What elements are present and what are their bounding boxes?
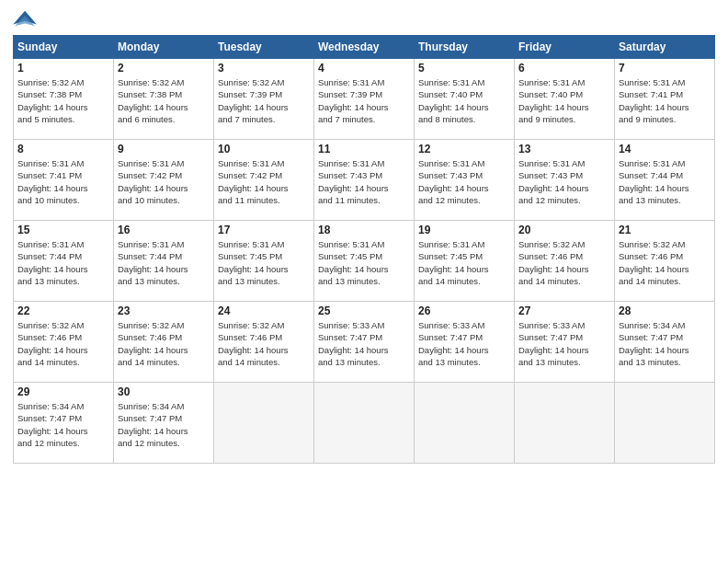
day-number: 4	[318, 62, 410, 75]
calendar-cell: 11Sunrise: 5:31 AMSunset: 7:43 PMDayligh…	[314, 140, 415, 221]
cell-info: Sunrise: 5:32 AMSunset: 7:46 PMDaylight:…	[17, 319, 109, 368]
calendar-cell	[314, 383, 415, 464]
calendar-cell	[214, 383, 314, 464]
col-header-thursday: Thursday	[415, 36, 515, 59]
calendar-cell: 10Sunrise: 5:31 AMSunset: 7:42 PMDayligh…	[214, 140, 314, 221]
cell-info: Sunrise: 5:31 AMSunset: 7:45 PMDaylight:…	[318, 238, 410, 287]
cell-info: Sunrise: 5:31 AMSunset: 7:41 PMDaylight:…	[619, 76, 711, 125]
calendar-cell: 15Sunrise: 5:31 AMSunset: 7:44 PMDayligh…	[14, 221, 114, 302]
cell-info: Sunrise: 5:31 AMSunset: 7:43 PMDaylight:…	[318, 157, 410, 206]
col-header-wednesday: Wednesday	[314, 36, 415, 59]
day-number: 8	[17, 143, 109, 155]
calendar-cell: 9Sunrise: 5:31 AMSunset: 7:42 PMDaylight…	[114, 140, 214, 221]
day-number: 15	[17, 224, 109, 236]
cell-info: Sunrise: 5:31 AMSunset: 7:41 PMDaylight:…	[17, 157, 109, 206]
week-row-3: 15Sunrise: 5:31 AMSunset: 7:44 PMDayligh…	[14, 221, 715, 302]
cell-info: Sunrise: 5:32 AMSunset: 7:38 PMDaylight:…	[118, 76, 210, 125]
day-number: 5	[418, 62, 510, 75]
cell-info: Sunrise: 5:31 AMSunset: 7:43 PMDaylight:…	[418, 157, 510, 206]
cell-info: Sunrise: 5:33 AMSunset: 7:47 PMDaylight:…	[318, 319, 410, 368]
day-number: 11	[318, 143, 410, 155]
calendar-cell: 24Sunrise: 5:32 AMSunset: 7:46 PMDayligh…	[214, 302, 314, 383]
col-header-tuesday: Tuesday	[214, 36, 314, 59]
logo	[13, 9, 40, 29]
calendar-cell: 6Sunrise: 5:31 AMSunset: 7:40 PMDaylight…	[515, 59, 615, 140]
cell-info: Sunrise: 5:31 AMSunset: 7:44 PMDaylight:…	[619, 157, 711, 206]
cell-info: Sunrise: 5:31 AMSunset: 7:45 PMDaylight:…	[218, 238, 310, 287]
calendar-cell: 2Sunrise: 5:32 AMSunset: 7:38 PMDaylight…	[114, 59, 214, 140]
cell-info: Sunrise: 5:34 AMSunset: 7:47 PMDaylight:…	[118, 400, 210, 449]
day-number: 3	[218, 62, 310, 75]
calendar-cell: 19Sunrise: 5:31 AMSunset: 7:45 PMDayligh…	[415, 221, 515, 302]
day-number: 12	[418, 143, 510, 155]
cell-info: Sunrise: 5:33 AMSunset: 7:47 PMDaylight:…	[518, 319, 610, 368]
week-row-5: 29Sunrise: 5:34 AMSunset: 7:47 PMDayligh…	[14, 383, 715, 464]
day-number: 9	[118, 143, 210, 155]
day-number: 27	[518, 304, 610, 317]
day-number: 20	[518, 224, 610, 236]
cell-info: Sunrise: 5:32 AMSunset: 7:46 PMDaylight:…	[218, 319, 310, 368]
calendar-cell	[515, 383, 615, 464]
calendar-cell: 17Sunrise: 5:31 AMSunset: 7:45 PMDayligh…	[214, 221, 314, 302]
day-number: 22	[17, 304, 109, 317]
calendar-cell: 21Sunrise: 5:32 AMSunset: 7:46 PMDayligh…	[615, 221, 715, 302]
day-number: 17	[218, 224, 310, 236]
calendar-cell: 22Sunrise: 5:32 AMSunset: 7:46 PMDayligh…	[14, 302, 114, 383]
logo-icon	[13, 9, 39, 29]
day-number: 24	[218, 304, 310, 317]
cell-info: Sunrise: 5:31 AMSunset: 7:44 PMDaylight:…	[17, 238, 109, 287]
cell-info: Sunrise: 5:34 AMSunset: 7:47 PMDaylight:…	[17, 400, 109, 449]
col-header-monday: Monday	[114, 36, 214, 59]
calendar-cell: 23Sunrise: 5:32 AMSunset: 7:46 PMDayligh…	[114, 302, 214, 383]
calendar-table: SundayMondayTuesdayWednesdayThursdayFrid…	[13, 35, 715, 464]
cell-info: Sunrise: 5:31 AMSunset: 7:42 PMDaylight:…	[218, 157, 310, 206]
calendar-cell: 1Sunrise: 5:32 AMSunset: 7:38 PMDaylight…	[14, 59, 114, 140]
calendar-cell: 12Sunrise: 5:31 AMSunset: 7:43 PMDayligh…	[415, 140, 515, 221]
day-number: 25	[318, 304, 410, 317]
cell-info: Sunrise: 5:31 AMSunset: 7:40 PMDaylight:…	[518, 76, 610, 125]
calendar-cell: 25Sunrise: 5:33 AMSunset: 7:47 PMDayligh…	[314, 302, 415, 383]
header	[13, 9, 715, 29]
col-header-saturday: Saturday	[615, 36, 715, 59]
calendar-cell: 13Sunrise: 5:31 AMSunset: 7:43 PMDayligh…	[515, 140, 615, 221]
cell-info: Sunrise: 5:31 AMSunset: 7:42 PMDaylight:…	[118, 157, 210, 206]
day-number: 10	[218, 143, 310, 155]
day-number: 13	[518, 143, 610, 155]
calendar-cell: 4Sunrise: 5:31 AMSunset: 7:39 PMDaylight…	[314, 59, 415, 140]
cell-info: Sunrise: 5:34 AMSunset: 7:47 PMDaylight:…	[619, 319, 711, 368]
day-number: 19	[418, 224, 510, 236]
day-number: 6	[518, 62, 610, 75]
cell-info: Sunrise: 5:31 AMSunset: 7:44 PMDaylight:…	[118, 238, 210, 287]
calendar-cell: 7Sunrise: 5:31 AMSunset: 7:41 PMDaylight…	[615, 59, 715, 140]
day-number: 21	[619, 224, 711, 236]
calendar-cell: 29Sunrise: 5:34 AMSunset: 7:47 PMDayligh…	[14, 383, 114, 464]
calendar-cell: 18Sunrise: 5:31 AMSunset: 7:45 PMDayligh…	[314, 221, 415, 302]
col-header-sunday: Sunday	[14, 36, 114, 59]
day-number: 29	[17, 385, 109, 398]
day-number: 7	[619, 62, 711, 75]
cell-info: Sunrise: 5:32 AMSunset: 7:38 PMDaylight:…	[17, 76, 109, 125]
day-number: 28	[619, 304, 711, 317]
cell-info: Sunrise: 5:31 AMSunset: 7:43 PMDaylight:…	[518, 157, 610, 206]
cell-info: Sunrise: 5:32 AMSunset: 7:46 PMDaylight:…	[619, 238, 711, 287]
col-header-friday: Friday	[515, 36, 615, 59]
cell-info: Sunrise: 5:32 AMSunset: 7:39 PMDaylight:…	[218, 76, 310, 125]
calendar-cell: 14Sunrise: 5:31 AMSunset: 7:44 PMDayligh…	[615, 140, 715, 221]
cell-info: Sunrise: 5:31 AMSunset: 7:45 PMDaylight:…	[418, 238, 510, 287]
week-row-1: 1Sunrise: 5:32 AMSunset: 7:38 PMDaylight…	[14, 59, 715, 140]
week-row-4: 22Sunrise: 5:32 AMSunset: 7:46 PMDayligh…	[14, 302, 715, 383]
calendar-cell: 20Sunrise: 5:32 AMSunset: 7:46 PMDayligh…	[515, 221, 615, 302]
header-row: SundayMondayTuesdayWednesdayThursdayFrid…	[14, 36, 715, 59]
calendar-cell	[615, 383, 715, 464]
day-number: 30	[118, 385, 210, 398]
day-number: 23	[118, 304, 210, 317]
day-number: 2	[118, 62, 210, 75]
cell-info: Sunrise: 5:32 AMSunset: 7:46 PMDaylight:…	[518, 238, 610, 287]
cell-info: Sunrise: 5:31 AMSunset: 7:40 PMDaylight:…	[418, 76, 510, 125]
day-number: 16	[118, 224, 210, 236]
page: SundayMondayTuesdayWednesdayThursdayFrid…	[0, 0, 728, 563]
calendar-cell: 3Sunrise: 5:32 AMSunset: 7:39 PMDaylight…	[214, 59, 314, 140]
week-row-2: 8Sunrise: 5:31 AMSunset: 7:41 PMDaylight…	[14, 140, 715, 221]
day-number: 26	[418, 304, 510, 317]
day-number: 14	[619, 143, 711, 155]
